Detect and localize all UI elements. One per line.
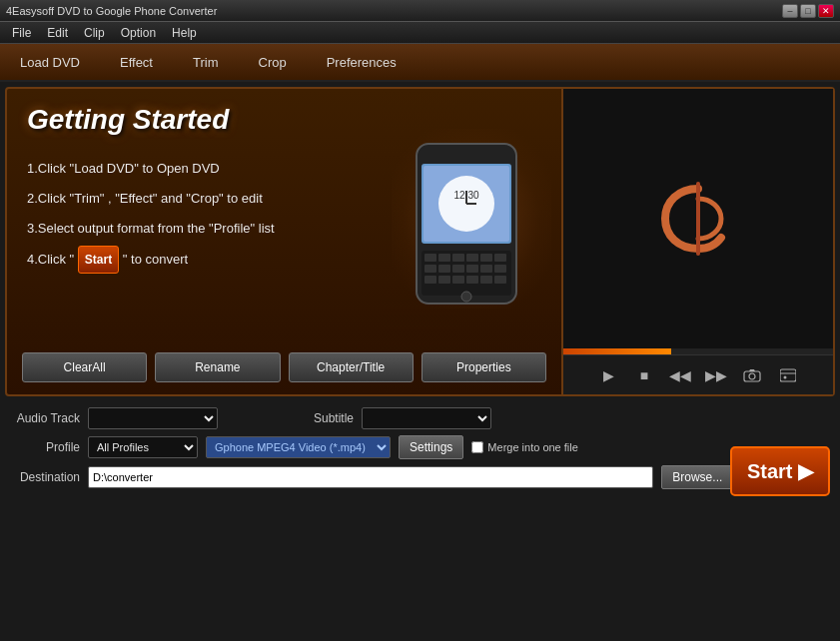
settings-button[interactable]: Settings — [399, 435, 463, 459]
menu-help[interactable]: Help — [164, 24, 205, 42]
tab-effect[interactable]: Effect — [110, 51, 163, 74]
subtitle-select[interactable] — [362, 407, 491, 429]
menu-clip[interactable]: Clip — [76, 24, 113, 42]
svg-rect-22 — [452, 276, 464, 284]
preview-logo — [653, 174, 743, 264]
svg-rect-13 — [494, 254, 506, 262]
svg-point-32 — [784, 375, 787, 378]
svg-point-29 — [749, 373, 755, 379]
audio-track-select[interactable] — [88, 407, 218, 429]
svg-rect-10 — [452, 254, 464, 262]
menu-edit[interactable]: Edit — [39, 24, 76, 42]
menu-bar: File Edit Clip Option Help — [0, 22, 840, 44]
title-bar-text: 4Easysoff DVD to Google Phone Converter — [6, 5, 217, 17]
tab-load-dvd[interactable]: Load DVD — [10, 51, 90, 74]
svg-rect-20 — [424, 276, 436, 284]
destination-row: Destination Browse... Open Folder — [10, 465, 830, 489]
profile-label: Profile — [10, 440, 80, 454]
phone-image: 12:30 — [402, 139, 541, 309]
screenshot-button[interactable] — [740, 363, 764, 387]
browse-button[interactable]: Browse... — [661, 465, 733, 489]
svg-rect-12 — [480, 254, 492, 262]
clear-all-button[interactable]: ClearAll — [22, 352, 147, 382]
title-bar-buttons: – □ ✕ — [782, 4, 834, 18]
properties-button[interactable]: Properties — [421, 352, 546, 382]
start-button[interactable]: Start ▶ — [730, 446, 830, 496]
svg-rect-8 — [424, 254, 436, 262]
left-panel: Getting Started 1.Click "Load DVD" to Op… — [7, 89, 563, 394]
fastforward-button[interactable]: ▶▶ — [704, 363, 728, 387]
phone-svg: 12:30 — [402, 139, 531, 309]
svg-rect-24 — [480, 276, 492, 284]
video-settings-button[interactable] — [776, 363, 800, 387]
tab-crop[interactable]: Crop — [249, 51, 297, 74]
merge-text: Merge into one file — [487, 441, 578, 453]
video-preview — [563, 89, 833, 348]
merge-checkbox[interactable] — [471, 441, 483, 453]
left-panel-buttons: ClearAll Rename Chapter/Title Properties — [22, 352, 546, 382]
menu-file[interactable]: File — [4, 24, 39, 42]
play-button[interactable]: ▶ — [596, 363, 620, 387]
audio-track-label: Audio Track — [10, 411, 80, 425]
tab-trim[interactable]: Trim — [183, 51, 229, 74]
video-progress-fill — [563, 348, 671, 354]
main-content: Getting Started 1.Click "Load DVD" to Op… — [5, 87, 835, 396]
video-progress-bar[interactable] — [563, 348, 833, 354]
svg-rect-15 — [438, 265, 450, 273]
tab-preferences[interactable]: Preferences — [317, 51, 407, 74]
bottom-controls: Audio Track Subtitle Profile All Profile… — [0, 401, 840, 501]
svg-rect-11 — [466, 254, 478, 262]
stop-button[interactable]: ■ — [632, 363, 656, 387]
audio-track-row: Audio Track Subtitle — [10, 407, 830, 429]
step-4-prefix: 4.Click " — [27, 252, 78, 267]
menu-option[interactable]: Option — [113, 24, 164, 42]
destination-input[interactable] — [88, 466, 653, 488]
merge-label: Merge into one file — [471, 441, 578, 453]
profile-all-select[interactable]: All Profiles — [88, 436, 198, 458]
profile-row: Profile All Profiles Gphone MPEG4 Video … — [10, 435, 830, 459]
right-panel: ▶ ■ ◀◀ ▶▶ — [563, 89, 833, 394]
svg-rect-16 — [452, 265, 464, 273]
destination-label: Destination — [10, 470, 80, 484]
toolbar: Load DVD Effect Trim Crop Preferences — [0, 44, 840, 82]
svg-point-26 — [461, 292, 471, 302]
rename-button[interactable]: Rename — [155, 352, 280, 382]
svg-rect-9 — [438, 254, 450, 262]
svg-rect-18 — [480, 265, 492, 273]
maximize-button[interactable]: □ — [800, 4, 816, 18]
chapter-title-button[interactable]: Chapter/Title — [289, 352, 414, 382]
profile-format-select[interactable]: Gphone MPEG4 Video (*.mp4) — [206, 436, 391, 458]
title-bar: 4Easysoff DVD to Google Phone Converter … — [0, 0, 840, 22]
svg-rect-17 — [466, 265, 478, 273]
start-highlight: Start — [78, 246, 119, 274]
minimize-button[interactable]: – — [782, 4, 798, 18]
close-button[interactable]: ✕ — [818, 4, 834, 18]
bottom-area: Audio Track Subtitle Profile All Profile… — [0, 401, 840, 506]
step-4-suffix: " to convert — [119, 252, 188, 267]
svg-rect-23 — [466, 276, 478, 284]
video-controls: ▶ ■ ◀◀ ▶▶ — [563, 354, 833, 394]
subtitle-label: Subtitle — [284, 411, 354, 425]
svg-rect-14 — [424, 265, 436, 273]
rewind-button[interactable]: ◀◀ — [668, 363, 692, 387]
svg-rect-25 — [494, 276, 506, 284]
svg-rect-19 — [494, 265, 506, 273]
svg-rect-30 — [780, 369, 796, 381]
svg-rect-21 — [438, 276, 450, 284]
